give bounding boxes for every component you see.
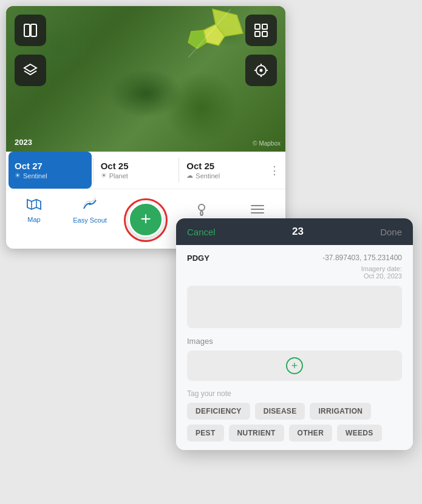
svg-point-21 bbox=[199, 204, 205, 210]
tag-weeds[interactable]: WEEDS bbox=[337, 425, 382, 442]
svg-rect-5 bbox=[31, 24, 36, 36]
date-main-oct27: Oct 27 bbox=[15, 161, 86, 171]
image-upload-area[interactable]: + bbox=[187, 351, 402, 381]
nav-map-item[interactable]: Map bbox=[6, 189, 62, 232]
svg-marker-10 bbox=[24, 64, 36, 72]
map-icon bbox=[27, 198, 41, 214]
plus-icon: + bbox=[140, 210, 151, 228]
date-sub-oct25p: ☀ Planet bbox=[101, 172, 172, 180]
imagery-date-value: Oct 20, 2023 bbox=[364, 272, 402, 280]
tag-pest[interactable]: PEST bbox=[187, 425, 224, 442]
svg-rect-9 bbox=[262, 32, 267, 36]
mapbox-credit: © Mapbox bbox=[253, 140, 281, 147]
menu-icon bbox=[250, 203, 265, 218]
sun-icon-oct27: ☀ bbox=[15, 172, 21, 180]
svg-point-20 bbox=[89, 203, 91, 205]
tag-nutrient[interactable]: NUTRIENT bbox=[229, 425, 284, 442]
field-code-label: PDGY bbox=[187, 254, 209, 263]
add-image-button[interactable]: + bbox=[286, 357, 303, 374]
tag-irrigation[interactable]: IRRIGATION bbox=[310, 403, 371, 420]
pin-icon bbox=[194, 201, 209, 220]
tag-other[interactable]: OTHER bbox=[289, 425, 333, 442]
tag-deficiency[interactable]: DEFICIENCY bbox=[187, 403, 250, 420]
map-card: 2023 © Mapbox Oct 27 ☀ Sentinel Oct 25 ☀… bbox=[6, 6, 285, 249]
scan-button[interactable] bbox=[245, 15, 277, 46]
panel-count: 23 bbox=[292, 226, 304, 238]
panel-done-button[interactable]: Done bbox=[380, 227, 402, 237]
detail-panel: Cancel 23 Done PDGY -37.897403, 175.2314… bbox=[176, 218, 413, 450]
split-view-button[interactable] bbox=[15, 15, 46, 46]
layers-button[interactable] bbox=[15, 55, 46, 86]
panel-field-row: PDGY -37.897403, 175.231400 bbox=[187, 254, 402, 263]
date-item-oct25sentinel[interactable]: Oct 25 ☁ Sentinel bbox=[180, 152, 264, 189]
svg-marker-17 bbox=[27, 200, 41, 209]
date-sub-oct25s: ☁ Sentinel bbox=[186, 172, 257, 180]
svg-rect-7 bbox=[262, 24, 267, 29]
note-text-area[interactable] bbox=[187, 286, 402, 328]
field-overlay bbox=[170, 6, 255, 61]
locate-button[interactable] bbox=[245, 55, 277, 86]
field-coords: -37.897403, 175.231400 bbox=[322, 254, 402, 262]
add-fab-button[interactable]: + bbox=[128, 202, 163, 237]
cloud-icon-oct25s: ☁ bbox=[186, 172, 193, 180]
imagery-date: Imagery date: Oct 20, 2023 bbox=[187, 265, 402, 280]
svg-rect-8 bbox=[255, 32, 260, 36]
nav-easy-scout-item[interactable]: Easy Scout bbox=[62, 189, 118, 232]
nav-easy-scout-label: Easy Scout bbox=[73, 217, 107, 224]
sun-icon-oct25p: ☀ bbox=[101, 172, 107, 180]
map-view[interactable]: 2023 © Mapbox bbox=[6, 6, 285, 152]
svg-rect-6 bbox=[255, 24, 260, 29]
date-divider-2 bbox=[179, 158, 179, 183]
date-more-button[interactable]: ⋮ bbox=[265, 152, 283, 189]
svg-marker-2 bbox=[188, 30, 206, 49]
panel-body: PDGY -37.897403, 175.231400 Imagery date… bbox=[176, 245, 413, 450]
nav-map-label: Map bbox=[27, 216, 40, 223]
svg-rect-4 bbox=[24, 24, 30, 36]
imagery-prefix: Imagery date: bbox=[361, 265, 402, 272]
year-badge: 2023 bbox=[15, 138, 32, 147]
panel-cancel-button[interactable]: Cancel bbox=[187, 227, 216, 237]
easy-scout-icon bbox=[82, 198, 98, 215]
tag-section-label: Tag your note bbox=[187, 389, 402, 398]
date-selector-bar: Oct 27 ☀ Sentinel Oct 25 ☀ Planet Oct 25… bbox=[6, 152, 285, 189]
date-main-oct25s: Oct 25 bbox=[186, 161, 257, 171]
tag-disease[interactable]: DISEASE bbox=[255, 403, 305, 420]
date-item-oct25planet[interactable]: Oct 25 ☀ Planet bbox=[95, 152, 178, 189]
panel-header: Cancel 23 Done bbox=[176, 218, 413, 245]
date-item-oct27sentinel[interactable]: Oct 27 ☀ Sentinel bbox=[9, 152, 92, 189]
date-sub-oct27: ☀ Sentinel bbox=[15, 172, 86, 180]
date-main-oct25p: Oct 25 bbox=[101, 161, 172, 171]
tags-grid: DEFICIENCY DISEASE IRRIGATION PEST NUTRI… bbox=[187, 403, 402, 442]
images-section-label: Images bbox=[187, 337, 402, 346]
svg-point-12 bbox=[260, 69, 263, 72]
date-divider-1 bbox=[93, 158, 94, 183]
add-image-icon: + bbox=[291, 360, 298, 372]
